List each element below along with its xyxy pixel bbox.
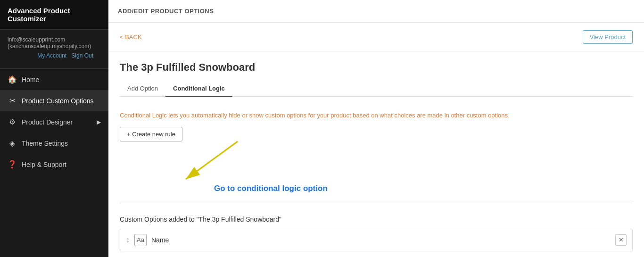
- product-title: The 3p Fulfilled Snowboard: [120, 61, 633, 74]
- product-section: The 3p Fulfilled Snowboard Add Option Co…: [108, 52, 644, 101]
- annotation-text: Go to conditional logic option: [214, 184, 328, 193]
- svg-line-1: [186, 141, 238, 179]
- scissors-icon: ✂: [8, 96, 17, 105]
- sidebar-item-label: Home: [22, 76, 39, 83]
- account-info: info@scaleupprint.com (kanchanscaleup.my…: [0, 30, 108, 69]
- sidebar-item-label: Product Custom Options: [22, 97, 94, 105]
- tab-add-option[interactable]: Add Option: [120, 81, 165, 97]
- main-body: < BACK View Product The 3p Fulfilled Sno…: [108, 23, 644, 257]
- account-shop: (kanchanscaleup.myshopify.com): [8, 43, 91, 50]
- app-title: Advanced Product Customizer: [0, 0, 108, 30]
- action-bar: < BACK View Product: [108, 23, 644, 52]
- sidebar-nav: 🏠 Home ✂ Product Custom Options ⚙ Produc…: [0, 69, 108, 257]
- section-divider: [120, 203, 633, 203]
- sidebar-item-home[interactable]: 🏠 Home: [0, 69, 108, 90]
- sign-out-link[interactable]: Sign Out: [71, 52, 93, 59]
- tabs: Add Option Conditional Logic: [120, 81, 633, 97]
- main-content: ADD/EDIT PRODUCT OPTIONS < BACK View Pro…: [108, 0, 644, 257]
- gear-icon: ⚙: [8, 117, 17, 126]
- custom-options-title: Custom Options added to "The 3p Fulfille…: [120, 216, 633, 223]
- sidebar: Advanced Product Customizer info@scaleup…: [0, 0, 108, 257]
- option-row: ↕ Aa Name ✕: [120, 229, 633, 251]
- theme-icon: ◈: [8, 139, 17, 148]
- sidebar-item-help-support[interactable]: ❓ Help & Support: [0, 154, 108, 175]
- sidebar-item-label: Help & Support: [22, 161, 66, 168]
- tab-conditional-logic[interactable]: Conditional Logic: [165, 81, 232, 97]
- create-rule-button[interactable]: + Create new rule: [120, 127, 182, 141]
- sort-icon[interactable]: ↕: [126, 236, 130, 244]
- annotation-area: Go to conditional logic option: [120, 151, 633, 198]
- account-email: info@scaleupprint.com: [8, 36, 65, 43]
- page-header: ADD/EDIT PRODUCT OPTIONS: [108, 0, 644, 23]
- custom-options-section: Custom Options added to "The 3p Fulfille…: [108, 208, 644, 257]
- sidebar-item-theme-settings[interactable]: ◈ Theme Settings: [0, 133, 108, 154]
- option-type-icon: Aa: [134, 234, 147, 246]
- sidebar-item-product-custom-options[interactable]: ✂ Product Custom Options: [0, 90, 108, 111]
- arrow-annotation: [176, 137, 252, 189]
- option-name: Name: [151, 236, 611, 244]
- chevron-right-icon: ▶: [97, 119, 101, 125]
- sidebar-item-label: Theme Settings: [22, 140, 68, 147]
- option-close-button[interactable]: ✕: [615, 234, 627, 246]
- info-text: Conditional Logic lets you automatically…: [120, 111, 633, 120]
- view-product-button[interactable]: View Product: [583, 30, 633, 44]
- help-icon: ❓: [8, 160, 17, 169]
- back-link[interactable]: < BACK: [120, 33, 142, 41]
- sidebar-item-label: Product Designer: [22, 118, 73, 126]
- sidebar-item-product-designer[interactable]: ⚙ Product Designer ▶: [0, 111, 108, 133]
- my-account-link[interactable]: My Account: [37, 52, 66, 59]
- home-icon: 🏠: [8, 75, 17, 84]
